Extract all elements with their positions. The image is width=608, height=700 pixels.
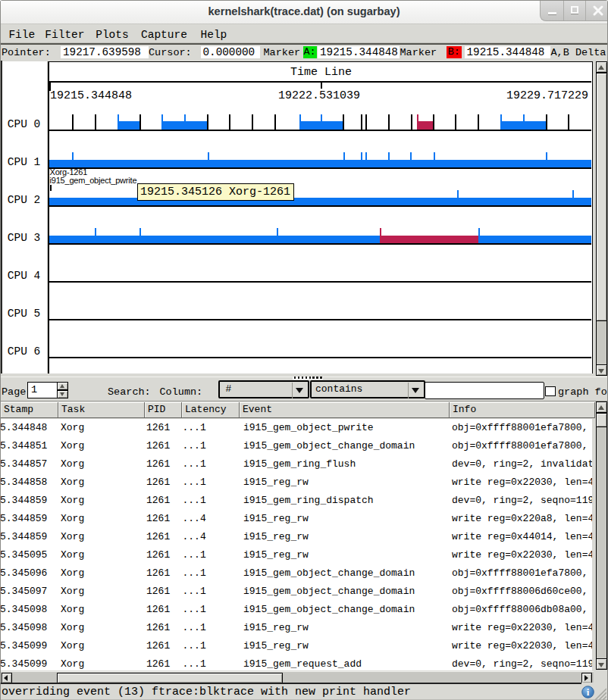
svg-text:i: i: [587, 686, 590, 698]
